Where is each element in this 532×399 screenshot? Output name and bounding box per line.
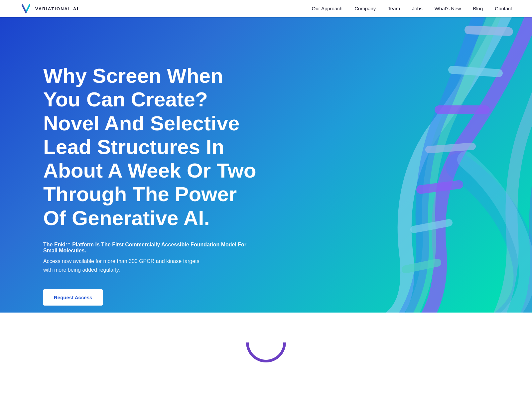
svg-line-5	[414, 223, 449, 229]
arc-decoration	[246, 342, 286, 362]
nav-item-contact[interactable]: Contact	[495, 6, 512, 11]
request-access-button[interactable]: Request Access	[43, 289, 103, 306]
logo-text: VARIATIONAL AI	[35, 6, 79, 11]
dna-decoration	[233, 0, 532, 313]
navbar: VARIATIONAL AI Our Approach Company Team…	[0, 0, 532, 17]
logo[interactable]: VARIATIONAL AI	[20, 3, 79, 15]
nav-item-blog[interactable]: Blog	[473, 6, 483, 11]
svg-line-6	[406, 263, 437, 269]
below-hero-section	[0, 313, 532, 399]
nav-item-jobs[interactable]: Jobs	[412, 6, 423, 11]
svg-line-3	[429, 146, 472, 150]
hero-subtitle-regular: Access now available for more than 300 G…	[43, 257, 209, 274]
svg-line-1	[452, 70, 499, 73]
hero-subtitle-bold: The Enki™ Platform Is The First Commerci…	[43, 242, 259, 254]
nav-item-our-approach[interactable]: Our Approach	[312, 6, 343, 11]
nav-item-whats-new[interactable]: What's New	[435, 6, 461, 11]
hero-content: Why Screen When You Can Create? Novel An…	[0, 17, 259, 306]
hero-section: Why Screen When You Can Create? Novel An…	[0, 0, 532, 313]
svg-line-0	[469, 30, 509, 32]
nav-item-company[interactable]: Company	[354, 6, 376, 11]
nav-links: Our Approach Company Team Jobs What's Ne…	[312, 6, 512, 12]
svg-line-4	[421, 185, 459, 190]
hero-title: Why Screen When You Can Create? Novel An…	[43, 64, 259, 230]
nav-item-team[interactable]: Team	[388, 6, 400, 11]
logo-icon	[20, 3, 32, 15]
